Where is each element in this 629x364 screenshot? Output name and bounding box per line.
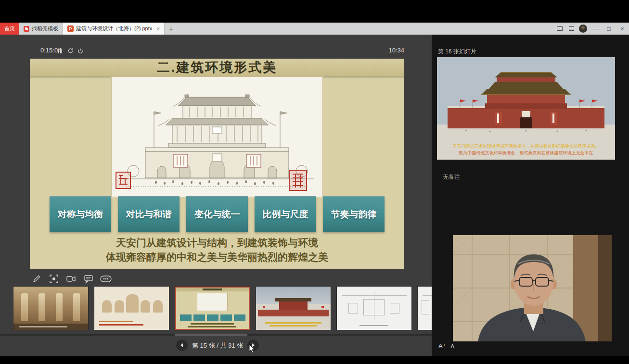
filmstrip-scrollbar[interactable] (175, 334, 247, 336)
thumb-art (359, 325, 388, 326)
current-time: 10:34 (388, 47, 404, 54)
pause-icon[interactable] (57, 47, 63, 56)
next-slide-preview[interactable]: 天安门建筑艺术体现对理想环境的追求，从建筑整体到细部装饰的呼应关系。 既为中国传… (437, 57, 615, 160)
thumb-art (193, 314, 205, 321)
preview-caption-line2: 既为中国传统文化和审美理念，形式美原则在整体建筑环境上无处不在 (437, 150, 615, 156)
tab-close-icon[interactable]: × (156, 25, 160, 32)
thumb-art (275, 298, 311, 301)
thumb-art (99, 324, 143, 326)
tab-docer-templates[interactable]: 找稻壳模板 (19, 23, 63, 35)
thumbnail-slide-14[interactable] (94, 287, 169, 330)
thumb-art (153, 300, 163, 313)
thumb-art (423, 295, 432, 296)
thumb-art (270, 325, 317, 326)
thumb-art (56, 293, 63, 321)
presenter-video (453, 235, 612, 341)
red-seal-left (116, 172, 131, 191)
tab-document[interactable]: P 建筑与环境设计（北海）(2).pptx × (63, 23, 165, 35)
font-increase-button[interactable]: A⁺ (438, 342, 446, 350)
minimize-button[interactable]: — (589, 23, 602, 35)
apps-grid-icon[interactable] (565, 23, 577, 35)
tiananmen-engraving-image (112, 77, 322, 197)
home-tab[interactable]: 首页 (0, 23, 19, 35)
thumb-art (197, 293, 227, 311)
next-slide-label: 第 16 张幻灯片 (438, 48, 476, 56)
red-seal-right (289, 170, 307, 193)
thumb-art (73, 293, 80, 321)
button-variation-unity[interactable]: 变化与统一 (186, 196, 248, 232)
thumb-art (191, 323, 234, 325)
maximize-button[interactable]: □ (602, 23, 616, 35)
ppt-file-icon: P (67, 25, 74, 32)
new-tab-button[interactable]: + (165, 23, 177, 35)
tab-document-label: 建筑与环境设计（北海）(2).pptx (76, 25, 152, 32)
restart-icon[interactable] (67, 47, 74, 56)
slide-caption-line1: 天安门从建筑设计与结构，到建筑装饰与环境 (30, 236, 404, 250)
thumb-art (363, 299, 385, 315)
thumb-art (115, 300, 124, 313)
previous-slide-button[interactable] (176, 339, 188, 351)
thumbnail-slide-17[interactable] (337, 287, 411, 330)
filmstrip-scrollbar-track (0, 334, 432, 336)
notes-placeholder: 无备注 (443, 173, 460, 181)
thumb-art (203, 289, 222, 290)
slide-page-indicator: 第 15 张 / 共 31 张 (191, 341, 244, 350)
thumb-art (39, 293, 45, 321)
laser-pointer-icon[interactable] (48, 274, 60, 284)
thumb-art (279, 301, 308, 310)
thumbnail-slide-18[interactable] (418, 287, 432, 330)
button-rhythm-cadence[interactable]: 节奏与韵律 (323, 196, 385, 232)
thumb-art (265, 322, 321, 324)
thumb-art (321, 306, 324, 308)
thumb-art (207, 314, 218, 321)
slide-title: 二.建筑环境形式美 (30, 59, 404, 76)
presenter-stage: 0:15:04 10:34 二.建筑环境形式美 (0, 35, 432, 356)
split-view-icon[interactable] (554, 23, 565, 35)
pen-icon[interactable] (31, 274, 42, 284)
account-avatar[interactable] (577, 23, 589, 35)
power-icon[interactable] (77, 47, 83, 56)
thumbnail-slide-13[interactable] (13, 287, 88, 330)
preview-caption-line1: 天安门建筑艺术体现对理想环境的追求，从建筑整体到细部装饰的呼应关系。 (437, 143, 615, 150)
button-contrast-harmony[interactable]: 对比与和谐 (118, 196, 180, 232)
camera-icon[interactable] (65, 274, 77, 284)
comment-icon[interactable] (83, 274, 94, 284)
button-proportion-scale[interactable]: 比例与尺度 (255, 196, 316, 232)
thumbnail-slide-15-current[interactable] (175, 287, 250, 330)
thumb-art (141, 300, 150, 313)
tab-docer-label: 找稻壳模板 (32, 25, 58, 32)
presenter-sidebar: 第 16 张幻灯片 (432, 35, 629, 356)
mouse-cursor (249, 344, 257, 355)
thumb-art (19, 326, 67, 327)
current-slide: 二.建筑环境形式美 (30, 59, 404, 269)
close-button[interactable]: × (616, 23, 629, 35)
thumb-art (102, 300, 112, 313)
webcam-feed (453, 235, 612, 341)
annotation-toolbar (31, 273, 112, 285)
thumb-art (180, 314, 192, 321)
tabbar-spacer (177, 23, 554, 35)
thumb-art (390, 303, 399, 314)
more-options-icon[interactable] (100, 274, 112, 284)
thumbnail-slide-16[interactable] (256, 287, 331, 330)
thumb-art (99, 321, 133, 322)
thumb-art (258, 310, 329, 316)
slide-caption-line2: 体现雍容醇厚的中和之美与美华丽热烈的辉煌之美 (30, 251, 404, 264)
thumb-art (220, 314, 232, 321)
thumb-art (263, 306, 265, 308)
button-symmetry-balance[interactable]: 对称与均衡 (50, 196, 111, 232)
thumb-art (126, 294, 139, 313)
thumb-art (21, 293, 28, 321)
docer-icon (24, 26, 29, 32)
thumb-art (348, 303, 358, 314)
thumb-art (422, 300, 429, 314)
font-decrease-button[interactable]: A (451, 343, 454, 349)
thumb-art (234, 314, 245, 321)
app-window: 首页 找稻壳模板 P 建筑与环境设计（北海）(2).pptx × + — □ ×… (0, 0, 629, 364)
notes-font-controls: A⁺ A (438, 342, 454, 350)
tab-bar: 首页 找稻壳模板 P 建筑与环境设计（北海）(2).pptx × + — □ × (0, 23, 629, 35)
thumb-art (188, 326, 236, 327)
principle-buttons-row: 对称与均衡 对比与和谐 变化与统一 比例与尺度 节奏与韵律 (50, 196, 385, 232)
